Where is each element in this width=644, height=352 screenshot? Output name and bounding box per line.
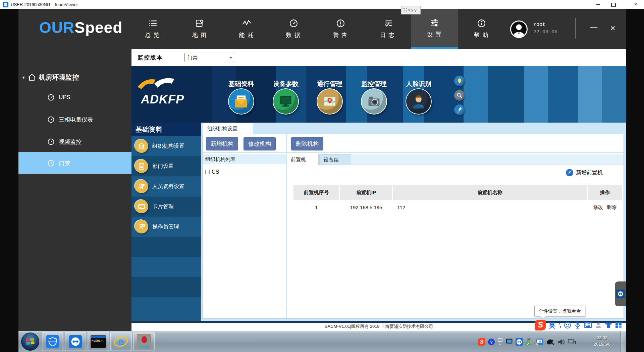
- tray-server-status-icon[interactable]: [525, 338, 533, 346]
- front-machine-panel: 前置机 设备组 新增前置机 前置机序号 前置机IP: [287, 154, 624, 318]
- emoji-icon[interactable]: [564, 321, 571, 329]
- monitor-mgmt-camera-icon[interactable]: [361, 88, 387, 115]
- drag-grip-icon[interactable]: [402, 8, 407, 13]
- ime-profile-icon[interactable]: [595, 322, 602, 328]
- sogou-ime-bar: S 英 ’,: [535, 319, 622, 331]
- tray-network-icon[interactable]: [568, 338, 576, 346]
- tray-teamviewer-icon[interactable]: [516, 338, 523, 346]
- taskbar-monitoring-app[interactable]: MONITORING: [42, 332, 63, 351]
- basic-data-envelope-icon[interactable]: [228, 88, 254, 115]
- taskbar-sacm-app[interactable]: SACM: [133, 332, 155, 351]
- menu-item-department[interactable]: 部门设置: [131, 156, 201, 176]
- module-face-recognition[interactable]: 人脸识别: [400, 66, 437, 88]
- ime-tooltip[interactable]: 个性设置，点我看看: [534, 306, 585, 316]
- bulb-quick-icon[interactable]: [454, 76, 465, 86]
- access-mgmt-map-icon[interactable]: [317, 88, 343, 115]
- content-panel: 组织机构设置 新增机构 修改机构 删除机构 组织机构列表 CS: [201, 123, 626, 321]
- soft-keyboard-icon[interactable]: [584, 322, 592, 328]
- tray-satellite-icon[interactable]: [546, 338, 555, 346]
- tray-help-icon[interactable]: ?: [488, 338, 495, 346]
- module-monitor-mgmt[interactable]: 监控管理: [356, 66, 392, 88]
- chevron-down-icon[interactable]: ∨: [414, 8, 417, 13]
- teamviewer-session-toolbar[interactable]: ⇱⇲ ∨: [401, 6, 421, 14]
- nav-log[interactable]: 日 志: [364, 9, 411, 49]
- taskbar-mysql-app[interactable]: MySQL>_: [88, 332, 109, 351]
- edit-row-link[interactable]: 修改: [593, 204, 603, 211]
- subtab-strip: 前置机 设备组: [287, 154, 624, 165]
- remote-desktop: OURSpeed 总 览 地 图 能 耗 数 据: [18, 9, 626, 352]
- expanded-triangle-icon[interactable]: ▾: [22, 75, 25, 80]
- menu-item-org-settings[interactable]: 组织机构设置: [131, 136, 201, 156]
- tray-volume-icon[interactable]: [557, 338, 565, 346]
- tray-sogou-icon[interactable]: S: [478, 338, 485, 346]
- sidebar-root-node[interactable]: ▾ 机房环境监控: [22, 72, 79, 82]
- ime-toolbox-icon[interactable]: [615, 322, 622, 328]
- taskbar-clock[interactable]: 22:03 2019/6/6: [587, 335, 618, 347]
- voice-input-icon[interactable]: [574, 321, 581, 329]
- nav-overview[interactable]: 总 览: [129, 9, 176, 49]
- internet-explorer-icon: e: [113, 335, 129, 349]
- mysql-console-icon: MySQL>_: [91, 335, 106, 348]
- nav-help[interactable]: 帮 助: [458, 9, 505, 49]
- titlebar-close-button[interactable]: [630, 0, 641, 9]
- sidebar-item-video-monitor[interactable]: 视频监控: [18, 136, 131, 147]
- nav-data[interactable]: 数 据: [270, 9, 317, 49]
- nav-energy[interactable]: 能 耗: [223, 9, 270, 49]
- start-button[interactable]: [21, 333, 39, 351]
- energy-icon: [242, 19, 251, 28]
- add-front-machine-link[interactable]: 新增前置机: [566, 169, 603, 176]
- pencil-quick-icon[interactable]: [454, 104, 465, 115]
- sidebar-item-three-phase-meter[interactable]: 三相电量仪表: [18, 114, 131, 125]
- skin-shirt-icon[interactable]: [605, 322, 612, 328]
- app-header: OURSpeed 总 览 地 图 能 耗 数 据: [18, 9, 626, 49]
- delete-org-button[interactable]: 删除机构: [291, 137, 323, 150]
- data-gauge-icon: [289, 19, 298, 28]
- titlebar-maximize-button[interactable]: [608, 0, 619, 9]
- tree-collapse-icon[interactable]: [205, 170, 210, 174]
- ime-language-toggle[interactable]: 英: [549, 321, 555, 330]
- ime-punctuation-toggle[interactable]: ’,: [558, 321, 561, 329]
- edit-org-button[interactable]: 修改机构: [244, 137, 276, 150]
- module-basic-data[interactable]: 基础资料: [223, 66, 260, 88]
- tray-sql-tool-icon[interactable]: 袋: [536, 338, 544, 346]
- menu-item-card-mgmt[interactable]: 卡片管理: [131, 196, 201, 217]
- subtab-device-group[interactable]: 设备组: [319, 154, 351, 165]
- svg-text:MONITORING: MONITORING: [48, 341, 57, 343]
- show-hidden-icons[interactable]: [497, 338, 503, 346]
- tools-quick-icon[interactable]: [454, 90, 465, 101]
- table-header-row: 前置机序号 前置机IP 前置机名称 操作: [293, 185, 622, 200]
- sidebar-item-access-control[interactable]: 门禁: [18, 152, 131, 174]
- module-device-params[interactable]: 设备参数: [267, 66, 304, 88]
- tray-computer-icon[interactable]: [505, 338, 513, 346]
- teamviewer-window-title: USER-20190530NG - TeamViewer: [11, 2, 78, 7]
- menu-item-operator-mgmt[interactable]: 操作员管理: [131, 217, 201, 237]
- monitor-version-select[interactable]: 门禁 ▼: [184, 53, 234, 62]
- bank-icon: [135, 139, 148, 153]
- person-flag-icon: [135, 180, 148, 193]
- cell-ops: 修改 删除: [588, 200, 622, 215]
- titlebar-minimize-button[interactable]: [592, 0, 604, 9]
- teamviewer-titlebar: USER-20190530NG - TeamViewer: [0, 0, 644, 9]
- tab-org-settings[interactable]: 组织机构设置: [203, 123, 253, 134]
- menu-item-personnel[interactable]: 人员资料设置: [131, 176, 201, 196]
- nav-map[interactable]: 地 图: [176, 9, 223, 49]
- taskbar-internet-explorer[interactable]: e: [110, 332, 132, 351]
- delete-row-link[interactable]: 删除: [606, 204, 616, 211]
- teamviewer-panel-handle[interactable]: [615, 281, 626, 306]
- sidebar-item-ups[interactable]: UPS: [18, 92, 131, 103]
- add-org-button[interactable]: 新增机构: [206, 137, 238, 150]
- nav-settings[interactable]: 设 置: [411, 9, 458, 49]
- fullscreen-icon[interactable]: ⇱⇲: [408, 8, 413, 12]
- tree-node-cs[interactable]: CS: [205, 169, 219, 175]
- module-access-mgmt[interactable]: 通行管理: [311, 66, 348, 88]
- show-desktop-button[interactable]: [620, 331, 626, 352]
- subtab-front-machine[interactable]: 前置机: [287, 154, 319, 165]
- user-avatar[interactable]: [510, 20, 528, 38]
- app-minimize-button[interactable]: —: [588, 24, 599, 33]
- sogou-logo-icon[interactable]: S: [535, 320, 546, 331]
- taskbar-teamviewer-app[interactable]: [65, 332, 86, 351]
- face-recognition-person-icon[interactable]: [406, 88, 432, 115]
- app-close-button[interactable]: ✕: [607, 24, 619, 33]
- device-params-monitor-icon[interactable]: [273, 88, 299, 115]
- nav-warning[interactable]: 警 告: [317, 9, 364, 49]
